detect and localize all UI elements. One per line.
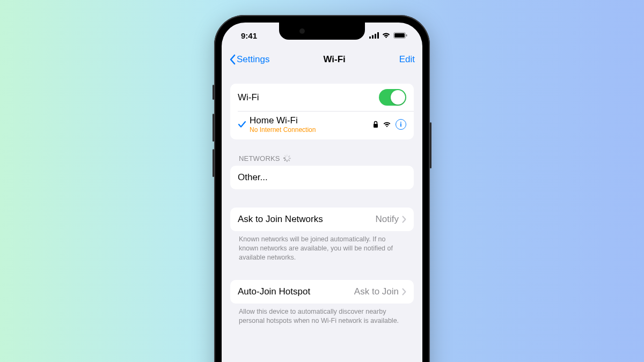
wifi-status-icon: [382, 32, 391, 39]
status-time: 9:41: [241, 31, 257, 40]
notch: [279, 23, 365, 40]
checkmark-icon: [236, 121, 248, 128]
svg-rect-2: [375, 34, 376, 39]
spinner-icon: [283, 154, 291, 162]
wifi-card: Wi-Fi Home Wi-Fi No Internet Connection: [230, 84, 414, 139]
svg-rect-6: [406, 34, 407, 36]
page-title: Wi-Fi: [323, 54, 345, 65]
other-network-row[interactable]: Other...: [230, 166, 414, 189]
silence-switch: [213, 85, 214, 100]
ask-join-label: Ask to Join Networks: [238, 214, 376, 225]
back-button[interactable]: Settings: [229, 54, 269, 65]
ask-join-footer: Known networks will be joined automatica…: [230, 231, 414, 262]
connected-network-row[interactable]: Home Wi-Fi No Internet Connection i: [230, 111, 414, 139]
battery-icon: [393, 32, 407, 39]
wifi-toggle[interactable]: [379, 89, 406, 106]
info-icon[interactable]: i: [396, 119, 406, 130]
svg-rect-5: [394, 33, 405, 38]
volume-down-button: [213, 149, 214, 177]
chevron-right-icon: [402, 288, 406, 295]
lock-icon: [373, 121, 378, 128]
svg-rect-7: [374, 124, 378, 128]
other-network-label: Other...: [238, 172, 406, 183]
back-label: Settings: [237, 54, 269, 65]
auto-hotspot-label: Auto-Join Hotspot: [238, 286, 354, 297]
svg-rect-1: [372, 35, 374, 39]
svg-rect-0: [369, 36, 371, 39]
auto-hotspot-row[interactable]: Auto-Join Hotspot Ask to Join: [230, 280, 414, 304]
ask-join-card: Ask to Join Networks Notify: [230, 208, 414, 231]
connected-network-status: No Internet Connection: [250, 126, 373, 134]
wifi-toggle-row: Wi-Fi: [230, 84, 414, 111]
cellular-icon: [369, 32, 379, 39]
auto-hotspot-value: Ask to Join: [354, 286, 399, 297]
ask-join-value: Notify: [376, 214, 399, 225]
networks-header-label: NETWORKS: [239, 154, 280, 162]
svg-rect-3: [377, 32, 379, 39]
volume-up-button: [213, 114, 214, 142]
wifi-icon: [383, 121, 391, 128]
power-button: [430, 122, 431, 168]
chevron-left-icon: [229, 54, 236, 65]
connected-network-name: Home Wi-Fi: [250, 115, 373, 126]
edit-button[interactable]: Edit: [399, 54, 415, 65]
networks-card: Other...: [230, 166, 414, 189]
iphone-frame: 9:41: [214, 15, 430, 362]
auto-hotspot-card: Auto-Join Hotspot Ask to Join: [230, 280, 414, 304]
networks-header: NETWORKS: [230, 154, 414, 166]
chevron-right-icon: [402, 216, 406, 223]
screen: 9:41: [222, 23, 422, 362]
nav-bar: Settings Wi-Fi Edit: [222, 48, 422, 71]
ask-join-row[interactable]: Ask to Join Networks Notify: [230, 208, 414, 231]
wifi-toggle-label: Wi-Fi: [238, 92, 379, 103]
auto-hotspot-footer: Allow this device to automatically disco…: [230, 304, 414, 326]
